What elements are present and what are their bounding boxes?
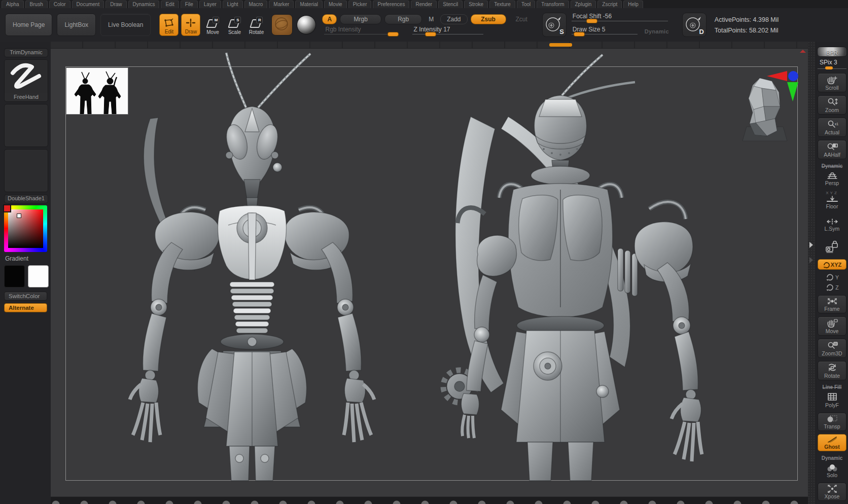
xpose-button[interactable]: Xpose	[818, 483, 846, 501]
menu-preferences[interactable]: Preferences	[373, 1, 409, 8]
alternate-button[interactable]: Alternate	[4, 303, 47, 312]
menu-picker[interactable]: Picker	[348, 1, 372, 8]
color-picker[interactable]	[4, 205, 47, 252]
scroll-button[interactable]: Scroll	[818, 73, 846, 92]
dynamic-brush-button[interactable]: D	[682, 13, 706, 37]
menu-brush[interactable]: Brush	[25, 1, 48, 8]
persp-button[interactable]: Persp	[818, 169, 846, 188]
sculpt-figure-front[interactable]	[130, 53, 374, 481]
zcut-button[interactable]: Zcut	[509, 14, 534, 24]
menu-macro[interactable]: Macro	[244, 1, 268, 8]
rgb-button[interactable]: Rgb	[384, 14, 422, 24]
main-color-swatch[interactable]	[4, 265, 25, 287]
menu-zscript[interactable]: Zscript	[597, 1, 622, 8]
edit-mode-button[interactable]: Edit	[159, 14, 179, 36]
color-a-button[interactable]: A	[322, 14, 337, 24]
menu-zplugin[interactable]: Zplugin	[571, 1, 596, 8]
gradient-label[interactable]: Gradient	[5, 255, 51, 262]
current-material-sphere[interactable]	[297, 15, 316, 34]
menu-color[interactable]: Color	[49, 1, 70, 8]
menu-help[interactable]: Help	[623, 1, 643, 8]
gyro-xyz-button[interactable]: XYZ	[818, 259, 846, 270]
rotate-z-button[interactable]: Z	[818, 283, 846, 292]
actual-size-button[interactable]: x1 Actual	[818, 118, 846, 137]
current-stroke-button[interactable]: FreeHand	[4, 59, 48, 102]
transparency-button[interactable]: Transp	[818, 413, 846, 431]
scrollbar-arrow-dim-icon[interactable]	[809, 257, 813, 263]
solo-button[interactable]: Solo	[818, 461, 846, 480]
document-thumbnail[interactable]	[66, 67, 128, 115]
polyframe-button[interactable]: PolyF	[818, 390, 846, 410]
color-picker-saturation-square[interactable]	[8, 209, 43, 248]
menu-draw[interactable]: Draw	[105, 1, 126, 8]
current-material-button[interactable]: DoubleShade1	[4, 194, 48, 203]
focal-shift-slider[interactable]: Focal Shift -56	[572, 14, 668, 22]
menu-stencil[interactable]: Stencil	[438, 1, 463, 8]
menu-layer[interactable]: Layer	[199, 1, 221, 8]
current-alpha-button[interactable]: Alpha Off	[4, 104, 48, 147]
dynamic-draw-size-toggle[interactable]: Dynamic	[645, 28, 669, 34]
menu-edit[interactable]: Edit	[161, 1, 179, 8]
move-mode-button[interactable]: M Move	[203, 14, 222, 36]
sculpt-render[interactable]	[51, 42, 808, 504]
camera-lock-button[interactable]	[818, 237, 846, 258]
menu-transform[interactable]: Transform	[537, 1, 569, 8]
move-view-button[interactable]: Move	[818, 316, 846, 336]
menu-stroke[interactable]: Stroke	[464, 1, 488, 8]
scrollbar-arrow-icon[interactable]	[809, 242, 813, 248]
mrgb-button[interactable]: Mrgb	[340, 14, 381, 24]
ghost-button[interactable]: Ghost	[818, 434, 846, 451]
sculpt-figure-back[interactable]	[443, 55, 702, 481]
secondary-color-swatch[interactable]	[28, 265, 49, 287]
line-fill-label[interactable]: Line Fill	[823, 384, 842, 390]
menu-bar: Alpha Brush Color Document Draw Dynamics…	[0, 0, 848, 8]
menu-render[interactable]: Render	[411, 1, 437, 8]
rgb-intensity-slider[interactable]: Rgb Intensity	[324, 27, 399, 35]
menu-light[interactable]: Light	[223, 1, 243, 8]
live-boolean-button[interactable]: Live Boolean	[100, 14, 151, 36]
floor-button[interactable]: XYZ Floor	[818, 189, 846, 211]
draw-size-slider[interactable]: Draw Size 5	[572, 27, 638, 35]
m-button[interactable]: M	[425, 14, 437, 24]
hand-move-icon	[826, 318, 838, 328]
document-canvas[interactable]	[51, 42, 808, 504]
menu-file[interactable]: File	[181, 1, 198, 8]
current-texture-button[interactable]: Texture Off	[4, 149, 48, 192]
ghost-brush-icon	[827, 436, 838, 443]
zoom-button[interactable]: Zoom	[818, 95, 846, 115]
persp-dynamic-label[interactable]: Dynamic	[822, 163, 843, 169]
zadd-button[interactable]: Zadd	[440, 14, 467, 24]
menu-movie[interactable]: Movie	[324, 1, 347, 8]
menu-material[interactable]: Material	[295, 1, 323, 8]
bpr-render-button[interactable]: BPR	[817, 47, 847, 57]
z-intensity-slider[interactable]: Z Intensity 17	[412, 27, 483, 35]
home-page-button[interactable]: Home Page	[5, 14, 52, 36]
menu-marker[interactable]: Marker	[269, 1, 294, 8]
current-brush-button[interactable]: TrimDynamic	[4, 48, 48, 57]
color-picker-cursor[interactable]	[17, 213, 21, 218]
draw-mode-button[interactable]: Draw	[181, 14, 200, 36]
menu-tool[interactable]: Tool	[517, 1, 535, 8]
menu-document[interactable]: Document	[72, 1, 104, 8]
solo-dynamic-label[interactable]: Dynamic	[822, 455, 843, 461]
zsub-button[interactable]: Zsub	[471, 14, 506, 24]
rotate-view-button[interactable]: Rotate	[818, 361, 846, 380]
canvas-scrollbar[interactable]	[808, 42, 816, 504]
switch-color-button[interactable]: SwitchColor	[4, 292, 47, 301]
spix-slider[interactable]: SPix 3	[818, 59, 846, 69]
frame-button[interactable]: Frame	[818, 295, 846, 313]
rotate-y-button[interactable]: Y	[818, 273, 846, 282]
menu-texture[interactable]: Texture	[489, 1, 515, 8]
stroke-selector-button[interactable]: S	[542, 13, 567, 37]
local-symmetry-button[interactable]: L.Sym	[818, 216, 846, 233]
rotate-mode-button[interactable]: R Rotate	[246, 14, 266, 36]
edit-label: Edit	[165, 29, 173, 34]
zoom3d-button[interactable]: Zoom3D	[818, 339, 846, 358]
bottom-tray[interactable]	[51, 496, 808, 504]
lightbox-button[interactable]: LightBox	[57, 14, 96, 36]
menu-dynamics[interactable]: Dynamics	[128, 1, 160, 8]
scale-mode-button[interactable]: S Scale	[225, 14, 244, 36]
menu-alpha[interactable]: Alpha	[2, 1, 24, 8]
current-texture-swatch[interactable]	[271, 14, 293, 35]
aahalf-button[interactable]: AAHalf	[818, 140, 846, 159]
